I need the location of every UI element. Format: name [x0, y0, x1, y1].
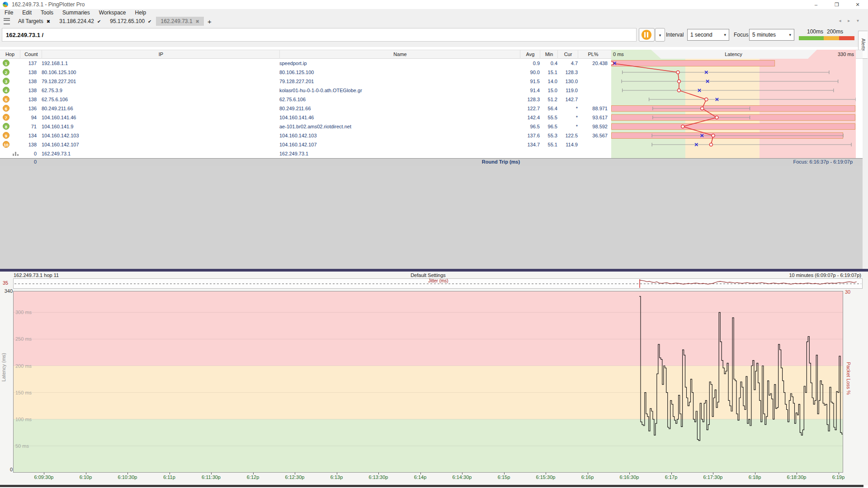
jitter-strip-chart[interactable]: Jitter (ms): [13, 278, 863, 289]
check-icon: ✔: [148, 19, 151, 24]
timeline-range-label[interactable]: 10 minutes (6:09:07p - 6:19:07p): [789, 272, 861, 278]
roundtrip-header-bar: 0 Round Trip (ms) Focus: 6:16:37p - 6:19…: [0, 158, 863, 166]
time-label: 6:19p: [818, 474, 859, 480]
min-cell: 55.5: [540, 113, 557, 122]
hop-badge: 1: [3, 60, 9, 66]
latency-column-header: 0 ms Latency 330 ms: [611, 50, 856, 59]
svg-text:300 ms: 300 ms: [15, 310, 32, 315]
time-label: 6:10:30p: [107, 474, 148, 480]
loss-axis-max: 30: [845, 289, 850, 295]
timeline-latency-chart[interactable]: 300 ms250 ms200 ms150 ms100 ms50 ms: [13, 291, 843, 473]
hop-badge: 2: [3, 69, 9, 75]
latency-axis-max: 340: [3, 288, 13, 294]
count-cell: 94: [13, 113, 37, 122]
cur-cell: 142.7: [557, 95, 578, 104]
ip-cell: 104.160.141.46: [42, 113, 272, 122]
jitter-threshold-label: 35: [3, 280, 8, 286]
targets-menu-icon[interactable]: [4, 18, 10, 24]
cur-cell: *: [557, 113, 578, 122]
latency-scale-labels: 100ms 200ms: [799, 28, 854, 35]
col-header-count: Count: [20, 50, 42, 59]
count-cell: 134: [13, 131, 37, 140]
tab-bar: All Targets✖31.186.224.42✔95.172.65.100✔…: [0, 17, 868, 26]
tab-31-186-224-42[interactable]: 31.186.224.42✔: [55, 17, 105, 26]
pause-dropdown-button[interactable]: ▾: [655, 28, 665, 42]
avg-cell: 90.0: [520, 68, 540, 77]
close-tab-icon[interactable]: ✖: [47, 19, 50, 24]
col-header-min: Min: [540, 50, 558, 59]
tab-95-172-65-100[interactable]: 95.172.65.100✔: [105, 17, 156, 26]
target-address-input[interactable]: 162.249.73.1 /: [2, 28, 637, 42]
col-header-ip: IP: [42, 50, 280, 59]
interval-select[interactable]: 1 second ▾: [687, 29, 729, 41]
menu-item-help[interactable]: Help: [131, 9, 151, 17]
svg-text:50 ms: 50 ms: [15, 443, 29, 449]
avg-cell: 128.3: [520, 95, 540, 104]
tab-all-targets[interactable]: All Targets✖: [14, 17, 55, 26]
ip-cell: 162.249.73.1: [42, 149, 272, 158]
time-label: 6:12:30p: [274, 474, 315, 480]
time-label: 6:18p: [735, 474, 775, 480]
count-cell: 138: [13, 86, 37, 95]
menu-item-summaries[interactable]: Summaries: [58, 9, 94, 17]
count-cell: 137: [13, 59, 37, 68]
latency-axis-title: Latency (ms): [1, 353, 6, 382]
time-label: 6:16:30p: [609, 474, 650, 480]
timeline-settings-label[interactable]: Default Settings: [0, 272, 856, 278]
pl-cell: 98.592: [578, 122, 608, 131]
name-cell: 62.75.6.106: [279, 95, 524, 104]
hop-badge: 7: [3, 114, 9, 121]
hop-badge: 5: [3, 96, 9, 103]
tab-scroll-arrows[interactable]: ◂ ▸ ▾: [839, 18, 862, 23]
time-label: 6:11:30p: [191, 474, 231, 480]
close-button[interactable]: ✕: [847, 0, 868, 9]
app-logo-icon: [3, 2, 8, 7]
pingplotter-window: 162.249.73.1 - PingPlotter Pro – ❐ ✕ Fil…: [0, 0, 868, 488]
minimize-button[interactable]: –: [806, 0, 826, 9]
menu-item-edit[interactable]: Edit: [18, 9, 36, 17]
collapsed-graph-area: [0, 166, 863, 269]
name-cell: 104.160.142.103: [279, 131, 524, 140]
hop-latency-graph[interactable]: [611, 59, 856, 158]
col-header-cur: Cur: [557, 50, 578, 59]
focus-value: 5 minutes: [752, 32, 776, 38]
focus-select[interactable]: 5 minutes ▾: [749, 29, 794, 41]
count-cell: 138: [13, 68, 37, 77]
avg-cell: 122.7: [520, 104, 540, 113]
maximize-button[interactable]: ❐: [826, 0, 847, 9]
check-icon: ✔: [97, 19, 101, 24]
time-label: 6:14:30p: [442, 474, 482, 480]
title-bar: 162.249.73.1 - PingPlotter Pro – ❐ ✕: [0, 0, 868, 9]
ip-cell: 192.168.1.1: [42, 59, 272, 68]
pl-cell: [578, 140, 608, 149]
name-cell: 79.128.227.201: [279, 77, 524, 86]
hop-badge: 6: [3, 105, 9, 112]
cur-cell: 130.0: [557, 77, 578, 86]
pl-cell: 93.617: [578, 113, 608, 122]
close-tab-icon[interactable]: ✖: [196, 19, 199, 24]
menu-item-file[interactable]: File: [0, 9, 18, 17]
min-cell: 15.1: [540, 68, 557, 77]
tab-label: 162.249.73.1: [160, 18, 192, 24]
chevron-down-icon: ▾: [789, 29, 791, 40]
pl-cell: 88.971: [578, 104, 608, 113]
col-header-hop: Hop: [0, 50, 20, 59]
cur-cell: *: [557, 122, 578, 131]
new-tab-button[interactable]: +: [204, 18, 215, 25]
pl-cell: [578, 86, 608, 95]
menu-item-workspace[interactable]: Workspace: [94, 9, 131, 17]
latency-max-label: 330 ms: [838, 50, 854, 59]
pause-button[interactable]: [639, 28, 655, 42]
hop-badge: 10: [3, 141, 9, 148]
cur-cell: 114.9: [557, 140, 578, 149]
avg-cell: 91.5: [520, 77, 540, 86]
tab-162-249-73-1[interactable]: 162.249.73.1✖: [156, 17, 203, 26]
latency-axis-min: 0: [3, 467, 13, 472]
menu-item-tools[interactable]: Tools: [36, 9, 58, 17]
name-cell: 104.160.141.46: [279, 113, 524, 122]
avg-cell: 0.9: [520, 59, 540, 68]
avg-cell: [520, 149, 540, 158]
time-label: 6:14p: [400, 474, 441, 480]
col-header-avg: Avg: [520, 50, 540, 59]
time-label: 6:13:30p: [358, 474, 399, 480]
